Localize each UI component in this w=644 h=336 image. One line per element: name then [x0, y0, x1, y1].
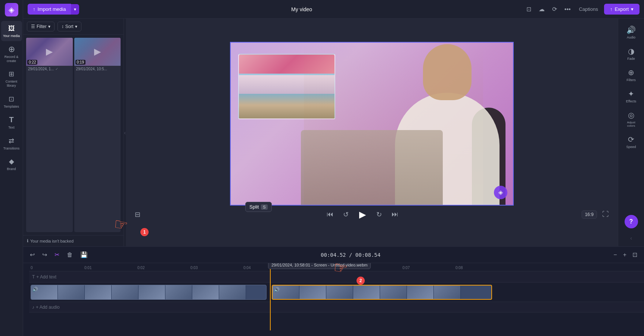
sidebar-item-label: Brand — [7, 167, 16, 171]
fade-icon: ◑ — [628, 47, 634, 56]
info-icon: ℹ — [27, 238, 28, 243]
skip-back-button[interactable]: ⏮ — [324, 209, 336, 220]
rpanel-adjust-colors[interactable]: ◎ Adjustcolors — [620, 108, 643, 130]
laptop — [301, 130, 443, 205]
text-icon: T — [7, 115, 16, 124]
import-media-dropdown[interactable]: ▾ — [71, 4, 79, 15]
audio-track-icon: 🔊 — [32, 287, 38, 292]
zoom-in-button[interactable]: + — [621, 250, 629, 259]
rpanel-label: Fade — [627, 57, 635, 61]
add-audio-button[interactable]: ♪ + Add audio — [29, 303, 63, 311]
preview-controls: ⊟ ⏮ ↺ ▶ ↻ ⏭ 16:9 ⛶ — [126, 206, 618, 224]
undo-button[interactable]: ⟳ — [550, 3, 559, 15]
timeline-area: ↩ ↪ ✂ 🗑 💾 00:04.52 / 00:08.54 − + ⊡ 0 — [23, 246, 644, 336]
sidebar-item-your-media[interactable]: 🖼 Your media — [1, 21, 22, 41]
preview-right-controls: 16:9 ⛶ — [582, 209, 612, 220]
preview-video[interactable]: ◈ — [230, 42, 514, 206]
sidebar-item-label: Content library — [3, 80, 21, 88]
fullscreen-button[interactable]: ⛶ — [599, 209, 612, 220]
rpanel-label: Effects — [626, 99, 636, 103]
thumb-duration: 0:19 — [75, 60, 85, 65]
your-media-icon: 🖼 — [7, 24, 16, 33]
aspect-ratio-badge[interactable]: 16:9 — [582, 210, 597, 219]
ruler-mark-2: 0:02 — [137, 266, 144, 270]
rpanel-speed[interactable]: ⟳ Speed — [620, 132, 643, 152]
play-button[interactable]: ▶ — [355, 208, 370, 221]
rewind-button[interactable]: ↺ — [340, 209, 352, 220]
audio-track: ♪ + Add audio — [29, 302, 644, 312]
speed-icon: ⟳ — [628, 135, 634, 144]
panel-collapse-button[interactable]: ‹ — [629, 234, 634, 243]
transitions-icon: ⇄ — [7, 136, 16, 145]
import-media-button[interactable]: ↑ Import media — [28, 4, 71, 15]
sort-button[interactable]: ↕ Sort ▾ — [57, 22, 81, 31]
main-video-track: 🔊 🔊 — [29, 283, 644, 302]
video-segment-2[interactable]: 🔊 — [272, 285, 492, 300]
app-logo[interactable]: ◈ — [5, 3, 18, 16]
ruler-mark-0: 0 — [31, 266, 33, 270]
header-tools: ⊡ ☁ ⟳ ••• Captions ↑ Export ▾ — [524, 3, 640, 15]
effects-icon: ✦ — [628, 89, 634, 98]
sidebar-item-label: Text — [8, 126, 15, 130]
right-panel: 🔊 Audio ◑ Fade ⊕ Filters ✦ Effects ◎ Adj… — [618, 19, 644, 246]
thumb-date: 29/01/2024, 10:5... — [74, 66, 121, 72]
rpanel-fade[interactable]: ◑ Fade — [620, 44, 643, 64]
rpanel-effects[interactable]: ✦ Effects — [620, 86, 643, 106]
text-track: T + Add text 29/01/2024, 10:58:01 - Scre… — [29, 271, 644, 283]
timeline-content: 0 0:01 0:02 0:03 0:04 0:05 0:06 0:07 0:0… — [23, 263, 644, 336]
captions-button[interactable]: Captions — [576, 4, 601, 14]
delete-button[interactable]: 🗑 — [65, 250, 75, 260]
save-button[interactable]: 💾 — [78, 250, 90, 260]
media-thumbnail[interactable]: ▶ 0:19 29/01/2024, 10:5... — [74, 38, 121, 232]
skip-forward-button[interactable]: ⏭ — [389, 209, 401, 220]
cloud-button[interactable]: ☁ — [536, 3, 547, 15]
sidebar-item-label: Templates — [4, 105, 19, 109]
zoom-controls: − + ⊡ — [611, 250, 640, 259]
zoom-fit-button[interactable]: ⊡ — [630, 250, 640, 259]
rpanel-audio[interactable]: 🔊 Audio — [620, 22, 643, 42]
cut-button[interactable]: ✂ — [52, 250, 62, 260]
media-backup-warning: ℹ Your media isn't backed — [23, 235, 124, 246]
sidebar-item-text[interactable]: T Text — [1, 112, 22, 133]
more-options-button[interactable]: ••• — [562, 4, 573, 15]
time-display: 00:04.52 / 00:08.54 — [93, 252, 608, 258]
preview-center-controls: ⏮ ↺ ▶ ↻ ⏭ — [324, 208, 401, 221]
media-grid: ▶ 0:22 29/01/2024, 1... ✓ ▶ — [23, 35, 124, 235]
workspace: ☰ Filter ▾ ↕ Sort ▾ ▶ 0:22 — [23, 19, 644, 246]
crop-tool-button[interactable]: ⊡ — [524, 3, 533, 15]
sidebar-item-brand-kit[interactable]: ◆ Brand — [1, 154, 22, 174]
video-segment-1[interactable]: 🔊 — [31, 285, 267, 300]
help-button[interactable]: ? — [625, 215, 638, 228]
playhead[interactable] — [270, 263, 271, 330]
rpanel-filters[interactable]: ⊕ Filters — [620, 65, 643, 85]
timeline-tracks: 0 0:01 0:02 0:03 0:04 0:05 0:06 0:07 0:0… — [29, 263, 644, 336]
rpanel-label: Adjustcolors — [627, 121, 635, 127]
media-thumbnail[interactable]: ▶ 0:22 29/01/2024, 1... ✓ — [26, 38, 73, 232]
forward-button[interactable]: ↻ — [373, 209, 385, 220]
sidebar-item-content-library[interactable]: ⊞ Content library — [1, 67, 22, 91]
main-content: ↑ Import media ▾ My video ⊡ ☁ ⟳ ••• Capt… — [23, 0, 644, 336]
sidebar-item-record-create[interactable]: ⊕ Record & create — [1, 42, 22, 66]
thumb-duration: 0:22 — [27, 60, 37, 65]
record-create-icon: ⊕ — [7, 45, 16, 54]
caption-toggle-button[interactable]: ⊟ — [132, 209, 143, 220]
content-library-icon: ⊞ — [7, 70, 16, 78]
export-button[interactable]: ↑ Export ▾ — [604, 4, 640, 15]
import-icon: ↑ — [33, 6, 35, 12]
redo-timeline-button[interactable]: ↪ — [40, 250, 49, 260]
sidebar-item-templates[interactable]: ⊡ Templates — [1, 92, 22, 112]
undo-timeline-button[interactable]: ↩ — [28, 250, 37, 260]
media-panel: ☰ Filter ▾ ↕ Sort ▾ ▶ 0:22 — [23, 19, 124, 246]
preview-area: Split S — [126, 19, 618, 246]
project-title-input[interactable]: My video — [287, 4, 316, 15]
thumb-date: 29/01/2024, 1... ✓ — [26, 66, 73, 72]
ruler-mark-8: 0:08 — [455, 266, 463, 270]
filters-icon: ⊕ — [628, 68, 634, 77]
media-toolbar: ☰ Filter ▾ ↕ Sort ▾ — [23, 19, 124, 35]
adjust-colors-icon: ◎ — [628, 111, 634, 120]
sidebar-item-transitions[interactable]: ⇄ Transitions — [1, 133, 22, 154]
add-text-button[interactable]: T + Add text — [29, 273, 59, 281]
app-header: ↑ Import media ▾ My video ⊡ ☁ ⟳ ••• Capt… — [23, 0, 644, 19]
zoom-out-button[interactable]: − — [611, 250, 619, 259]
filter-button[interactable]: ☰ Filter ▾ — [27, 22, 55, 31]
